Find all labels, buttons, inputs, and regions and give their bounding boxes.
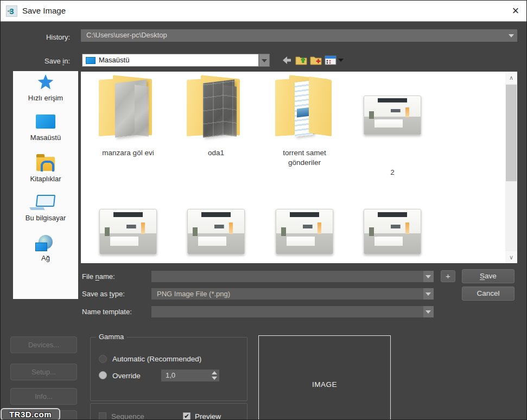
name-template-dropdown[interactable] — [151, 306, 434, 317]
network-globe-icon — [35, 235, 56, 252]
quick-access-star-icon — [35, 74, 56, 92]
sidebar-item-desktop[interactable]: Masaüstü — [13, 111, 78, 151]
gamma-override-radio[interactable] — [99, 371, 107, 379]
chevron-down-icon[interactable] — [423, 288, 434, 300]
title-bar: 3MAX Save Image × — [1, 1, 527, 22]
file-name-label: torrent samet gönderiler — [264, 148, 345, 168]
file-tile-folder[interactable]: torrent samet gönderiler — [264, 76, 345, 168]
chevron-down-icon[interactable] — [423, 306, 434, 317]
file-name-label: oda1 — [175, 148, 257, 158]
gamma-group-title: Gamma — [96, 333, 126, 341]
cancel-button[interactable]: Cancel — [462, 287, 515, 301]
desktop-monitor-icon — [86, 57, 96, 64]
folder-icon — [182, 76, 250, 141]
back-arrow-icon[interactable] — [281, 55, 293, 66]
sidebar-item-label: Hızlı erişim — [13, 94, 78, 102]
save-in-value: Masaüstü — [99, 56, 129, 64]
preview-checkbox[interactable]: ✔ — [183, 412, 191, 420]
sidebar-item-label: Masaüstü — [13, 133, 78, 142]
image-thumbnail — [276, 209, 333, 254]
image-preview-placeholder: IMAGE — [259, 380, 390, 389]
file-tile-folder[interactable]: manzara göl evi — [87, 76, 169, 158]
file-tile-image[interactable]: 2 — [352, 76, 433, 177]
places-sidebar: Hızlı erişim Masaüstü Kitaplıklar Bu bil… — [13, 71, 78, 299]
save-as-type-dropdown[interactable]: PNG Image File (*.png) — [151, 288, 434, 300]
view-menu-caret-icon[interactable] — [337, 57, 349, 68]
file-tile-image[interactable] — [264, 209, 345, 254]
sidebar-item-this-pc[interactable]: Bu bilgisayar — [13, 192, 78, 232]
desktop-monitor-icon — [35, 114, 56, 132]
save-image-dialog: 3MAX Save Image × History: C:\Users\user… — [0, 0, 527, 420]
sidebar-item-network[interactable]: Ağ — [13, 232, 78, 272]
save-in-dropdown[interactable]: Masaüstü — [82, 54, 259, 67]
3dsmax-logo-icon: 3MAX — [6, 5, 17, 17]
image-thumbnail — [364, 96, 421, 135]
folder-icon — [271, 76, 338, 141]
file-tile-image[interactable] — [175, 209, 257, 254]
history-label: History: — [21, 33, 70, 41]
image-thumbnail — [99, 209, 157, 254]
close-icon[interactable]: × — [508, 4, 523, 18]
file-tile-image[interactable] — [87, 209, 169, 254]
create-new-folder-icon[interactable] — [310, 55, 322, 66]
devices-button[interactable]: Devices... — [10, 336, 77, 353]
gamma-group: Gamma Automatic (Recommended) Override 1… — [90, 337, 247, 401]
history-value: C:\Users\user-pc\Desktop — [86, 31, 167, 39]
image-thumbnail — [364, 209, 421, 254]
file-name-label: 2 — [352, 168, 433, 177]
sidebar-item-label: Ağ — [13, 254, 78, 262]
vertical-scrollbar[interactable]: ∧ ∨ — [505, 72, 517, 263]
image-thumbnail — [187, 209, 245, 254]
info-button[interactable]: Info... — [10, 388, 77, 405]
sequence-label: Sequence — [111, 412, 144, 420]
file-tile-folder[interactable]: oda1 — [175, 76, 257, 158]
gamma-automatic-radio[interactable] — [99, 355, 107, 363]
chevron-down-icon[interactable] — [423, 271, 434, 282]
name-template-label: Name template: — [82, 308, 147, 316]
file-list: manzara göl evi oda1 torrent samet gönde… — [81, 72, 517, 263]
sidebar-item-quick-access[interactable]: Hızlı erişim — [13, 71, 78, 111]
file-name-label: manzara göl evi — [87, 148, 169, 158]
tr3d-watermark: TR3D.com — [1, 408, 60, 420]
gamma-override-spinner[interactable]: 1,0 — [161, 370, 219, 381]
setup-button[interactable]: Setup... — [10, 364, 77, 380]
spinner-up-down-icon[interactable] — [211, 371, 218, 380]
image-preview-box: IMAGE — [258, 335, 391, 420]
history-dropdown[interactable]: C:\Users\user-pc\Desktop — [81, 29, 517, 42]
sidebar-item-libraries[interactable]: Kitaplıklar — [13, 151, 78, 192]
file-tile-image[interactable] — [352, 209, 433, 254]
save-in-label: Save in: — [21, 57, 70, 65]
sidebar-item-label: Kitaplıklar — [13, 175, 78, 183]
folder-icon — [94, 76, 162, 141]
scroll-down-icon[interactable]: ∨ — [505, 251, 517, 263]
file-name-input[interactable] — [151, 271, 434, 282]
preview-label: Preview — [195, 412, 221, 420]
view-menu-window-icon[interactable] — [325, 55, 336, 66]
up-one-level-folder-icon[interactable] — [295, 55, 307, 66]
window-title: Save Image — [22, 6, 66, 15]
save-in-chevron-down-icon[interactable] — [259, 54, 270, 67]
gamma-automatic-label: Automatic (Recommended) — [112, 355, 201, 363]
save-button[interactable]: Save — [462, 269, 515, 283]
save-as-type-label: Save as type: — [82, 290, 147, 298]
libraries-folder-icon — [35, 155, 56, 172]
this-pc-icon — [35, 195, 56, 212]
add-output-button[interactable]: + — [441, 270, 455, 282]
options-group: Sequence ✔ Preview — [90, 403, 247, 420]
scrollbar-thumb[interactable] — [506, 85, 517, 181]
scroll-up-icon[interactable]: ∧ — [505, 72, 517, 84]
sidebar-item-label: Bu bilgisayar — [13, 214, 78, 222]
gamma-override-value: 1,0 — [166, 371, 175, 379]
file-name-field-label: File name: — [82, 272, 147, 281]
chevron-down-icon[interactable] — [509, 34, 514, 37]
gamma-override-label: Override — [112, 372, 141, 380]
save-as-type-value: PNG Image File (*.png) — [157, 290, 230, 298]
sequence-checkbox[interactable] — [99, 412, 106, 420]
